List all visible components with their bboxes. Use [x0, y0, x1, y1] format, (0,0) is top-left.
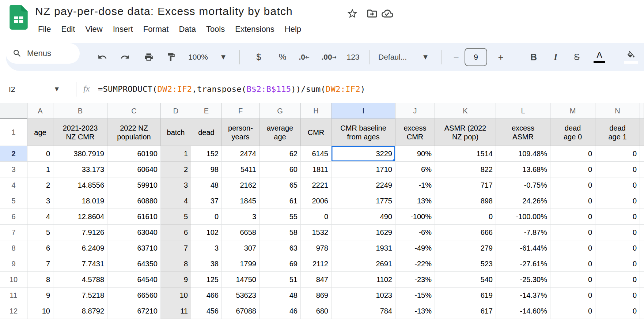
cell-D11[interactable]: 10: [161, 288, 191, 303]
menu-view[interactable]: View: [80, 21, 107, 37]
move-to-folder-icon[interactable]: [366, 8, 378, 19]
cell-M4[interactable]: 0: [550, 177, 595, 193]
row-header-6[interactable]: 6: [0, 209, 27, 225]
cell-L5[interactable]: 24.26%: [496, 193, 550, 209]
cell-E10[interactable]: 125: [191, 272, 222, 288]
cell-C8[interactable]: 63710: [107, 240, 161, 256]
cell-G10[interactable]: 51: [260, 272, 301, 288]
cloud-status-icon[interactable]: [382, 8, 393, 19]
cell-L7[interactable]: -7.87%: [496, 225, 550, 240]
text-color-button[interactable]: A: [591, 43, 607, 71]
cell-K9[interactable]: 523: [435, 256, 496, 272]
menu-data[interactable]: Data: [174, 21, 201, 37]
column-header-H[interactable]: H: [301, 103, 332, 119]
cell-B11[interactable]: 7.5218: [53, 288, 107, 303]
cell-C12[interactable]: 67210: [107, 303, 161, 319]
cell-F10[interactable]: 14750: [222, 272, 260, 288]
cell-G8[interactable]: 63: [260, 240, 301, 256]
strikethrough-button[interactable]: S: [569, 43, 585, 71]
menu-format[interactable]: Format: [138, 21, 174, 37]
cell-J10[interactable]: -23%: [395, 272, 435, 288]
cell-N6[interactable]: 0: [595, 209, 640, 225]
cell-B10[interactable]: 4.5788: [53, 272, 107, 288]
cell-M10[interactable]: 0: [550, 272, 595, 288]
cell-F11[interactable]: 53623: [222, 288, 260, 303]
cell-D7[interactable]: 6: [161, 225, 191, 240]
cell-N4[interactable]: 0: [595, 177, 640, 193]
row-header-3[interactable]: 3: [0, 162, 27, 177]
row-header-11[interactable]: 11: [0, 288, 27, 303]
row-header-7[interactable]: 7: [0, 225, 27, 240]
cell-J9[interactable]: -22%: [395, 256, 435, 272]
cell-H12[interactable]: 680: [301, 303, 332, 319]
cell-E4[interactable]: 48: [191, 177, 222, 193]
column-header-I[interactable]: I: [332, 103, 395, 119]
cell-G9[interactable]: 69: [260, 256, 301, 272]
cell-L3[interactable]: 13.68%: [496, 162, 550, 177]
cell-A4[interactable]: 2: [27, 177, 53, 193]
row-header-8[interactable]: 8: [0, 240, 27, 256]
menu-help[interactable]: Help: [280, 21, 306, 37]
star-icon[interactable]: [346, 8, 358, 19]
paint-format-button[interactable]: [163, 43, 179, 71]
cell-D1[interactable]: batch: [161, 119, 191, 146]
cell-M11[interactable]: 0: [550, 288, 595, 303]
fill-handle[interactable]: [393, 159, 395, 162]
column-header-C[interactable]: C: [107, 103, 161, 119]
column-header-B[interactable]: B: [53, 103, 107, 119]
cell-F7[interactable]: 6658: [222, 225, 260, 240]
cell-J8[interactable]: -49%: [395, 240, 435, 256]
cell-K8[interactable]: 279: [435, 240, 496, 256]
cell-A10[interactable]: 8: [27, 272, 53, 288]
menu-tools[interactable]: Tools: [201, 21, 230, 37]
cell-J11[interactable]: -15%: [395, 288, 435, 303]
row-header-4[interactable]: 4: [0, 177, 27, 193]
increase-decimal-button[interactable]: .00→: [319, 43, 339, 71]
format-percent-button[interactable]: %: [274, 43, 291, 71]
menu-file[interactable]: File: [33, 21, 56, 37]
cell-K11[interactable]: 619: [435, 288, 496, 303]
fill-color-button[interactable]: [621, 43, 640, 71]
cell-G6[interactable]: 55: [260, 209, 301, 225]
cell-K6[interactable]: 0: [435, 209, 496, 225]
bold-button[interactable]: B: [526, 43, 541, 71]
cell-M9[interactable]: 0: [550, 256, 595, 272]
cell-F12[interactable]: 67088: [222, 303, 260, 319]
cell-K3[interactable]: 822: [435, 162, 496, 177]
cell-E2[interactable]: 152: [191, 146, 222, 162]
cell-D10[interactable]: 9: [161, 272, 191, 288]
cell-B8[interactable]: 6.2409: [53, 240, 107, 256]
cell-C7[interactable]: 63040: [107, 225, 161, 240]
cell-C4[interactable]: 59910: [107, 177, 161, 193]
cell-K1[interactable]: ASMR (2022 NZ pop): [435, 119, 496, 146]
cell-I5[interactable]: 1775: [332, 193, 395, 209]
cell-E12[interactable]: 456: [191, 303, 222, 319]
cell-M8[interactable]: 0: [550, 240, 595, 256]
cell-N9[interactable]: 0: [595, 256, 640, 272]
column-header-A[interactable]: A: [27, 103, 53, 119]
cell-E11[interactable]: 466: [191, 288, 222, 303]
cell-I3[interactable]: 1710: [332, 162, 395, 177]
cell-I10[interactable]: 1102: [332, 272, 395, 288]
cell-B3[interactable]: 33.173: [53, 162, 107, 177]
cell-D6[interactable]: 5: [161, 209, 191, 225]
menu-extensions[interactable]: Extensions: [230, 21, 280, 37]
cell-K2[interactable]: 1514: [435, 146, 496, 162]
decrease-decimal-button[interactable]: .0←: [295, 43, 313, 71]
cell-G11[interactable]: 48: [260, 288, 301, 303]
cell-H2[interactable]: 6145: [301, 146, 332, 162]
cell-M3[interactable]: 0: [550, 162, 595, 177]
cell-G4[interactable]: 65: [260, 177, 301, 193]
print-button[interactable]: [141, 43, 157, 71]
cell-A7[interactable]: 5: [27, 225, 53, 240]
cell-M7[interactable]: 0: [550, 225, 595, 240]
cell-A9[interactable]: 7: [27, 256, 53, 272]
cell-I2[interactable]: 3229: [332, 146, 395, 162]
cell-J7[interactable]: -6%: [395, 225, 435, 240]
cell-J4[interactable]: -1%: [395, 177, 435, 193]
cell-D3[interactable]: 2: [161, 162, 191, 177]
column-header-K[interactable]: K: [435, 103, 496, 119]
cell-G12[interactable]: 46: [260, 303, 301, 319]
cell-D12[interactable]: 11: [161, 303, 191, 319]
cell-L11[interactable]: -14.37%: [496, 288, 550, 303]
